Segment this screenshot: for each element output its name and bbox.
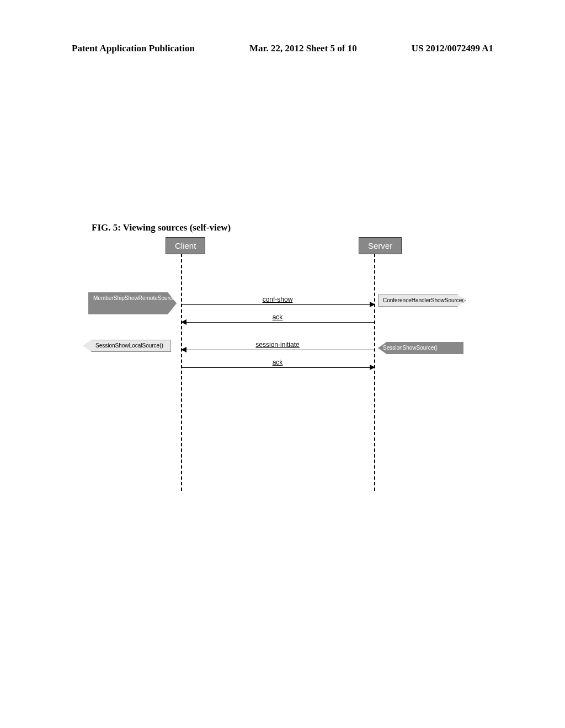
lifeline-client-header: Client <box>166 237 205 254</box>
header-center: Mar. 22, 2012 Sheet 5 of 10 <box>249 43 357 54</box>
note-member-show-remote: MemberShipShowRemoteSource('me','video') <box>88 292 177 314</box>
message-ack-1: ack <box>184 313 371 321</box>
message-ack-2: ack <box>184 358 371 366</box>
message-session-initiate: session-initiate <box>184 341 371 349</box>
arrow-line <box>182 367 374 368</box>
arrowhead-left-icon <box>181 319 186 325</box>
sequence-diagram: Client Server conf-show ack session-init… <box>88 237 475 496</box>
figure-caption: FIG. 5: Viewing sources (self-view) <box>92 222 231 233</box>
lifeline-server-header: Server <box>359 237 402 254</box>
arrowhead-left-icon <box>181 347 186 352</box>
message-conf-show: conf-show <box>184 296 371 303</box>
arrow-line <box>182 350 374 350</box>
arrow-line <box>182 304 374 305</box>
lifeline-client <box>181 254 182 491</box>
page-header: Patent Application Publication Mar. 22, … <box>0 43 565 54</box>
arrowhead-right-icon <box>370 365 375 370</box>
header-right: US 2012/0072499 A1 <box>412 43 493 54</box>
arrowhead-right-icon <box>370 302 375 307</box>
lifeline-server <box>374 254 375 491</box>
note-conference-handler: ConferenceHandlerShowSource() <box>378 295 466 307</box>
note-session-show-source: SessionShowSource() <box>378 342 463 354</box>
note-session-show-local: SessionShowLocalSource() <box>83 340 171 352</box>
arrow-line <box>182 322 374 323</box>
header-left: Patent Application Publication <box>72 43 195 54</box>
